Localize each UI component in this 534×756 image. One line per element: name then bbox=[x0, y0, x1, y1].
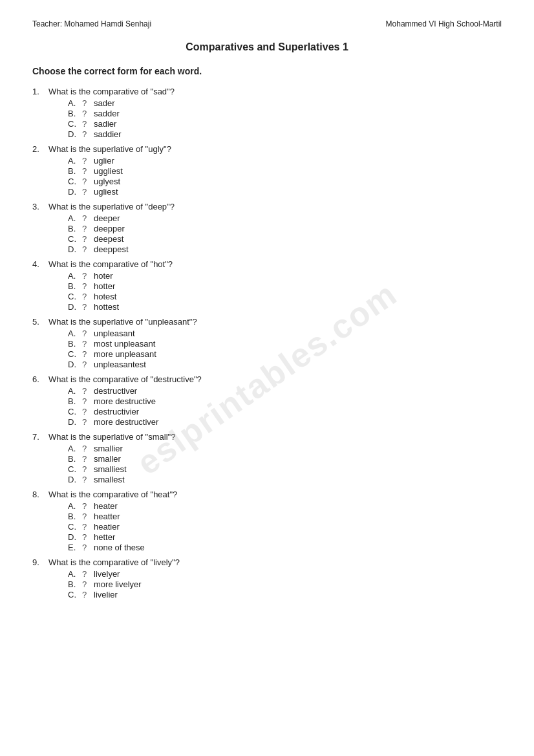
question-text-3: 3.What is the superlative of "deep"? bbox=[32, 202, 502, 211]
option-letter: B. bbox=[68, 224, 82, 233]
option-text: saddier bbox=[94, 129, 122, 139]
option-letter: B. bbox=[68, 396, 82, 406]
option-mark[interactable]: ? bbox=[82, 302, 94, 312]
question-number-4: 4. bbox=[32, 259, 48, 269]
question-number-1: 1. bbox=[32, 87, 48, 96]
option-mark[interactable]: ? bbox=[82, 281, 94, 291]
option-mark[interactable]: ? bbox=[82, 475, 94, 484]
option-mark[interactable]: ? bbox=[82, 177, 94, 186]
question-number-3: 3. bbox=[32, 202, 48, 211]
option-mark[interactable]: ? bbox=[82, 543, 94, 552]
option-text: livelyer bbox=[94, 569, 120, 579]
questions-list: 1.What is the comparative of "sad"?A.?sa… bbox=[32, 87, 502, 599]
option-mark[interactable]: ? bbox=[82, 407, 94, 416]
option-letter: E. bbox=[68, 543, 82, 552]
option-mark[interactable]: ? bbox=[82, 271, 94, 281]
option-item-5-4: D.?unpleasantest bbox=[68, 360, 502, 369]
option-mark[interactable]: ? bbox=[82, 224, 94, 233]
option-letter: C. bbox=[68, 349, 82, 359]
option-item-2-1: A.?uglier bbox=[68, 156, 502, 166]
question-text-6: 6.What is the comparative of "destructiv… bbox=[32, 374, 502, 384]
question-number-2: 2. bbox=[32, 144, 48, 154]
options-list-5: A.?unpleasantB.?most unpleasantC.?more u… bbox=[68, 329, 502, 369]
option-item-6-4: D.?more destructiver bbox=[68, 417, 502, 427]
option-item-2-4: D.?ugliest bbox=[68, 187, 502, 197]
option-letter: C. bbox=[68, 407, 82, 416]
option-letter: D. bbox=[68, 244, 82, 254]
option-mark[interactable]: ? bbox=[82, 579, 94, 589]
header: Teacher: Mohamed Hamdi Senhaji Mohammed … bbox=[32, 19, 502, 28]
option-mark[interactable]: ? bbox=[82, 129, 94, 139]
question-item-1: 1.What is the comparative of "sad"?A.?sa… bbox=[32, 87, 502, 139]
option-mark[interactable]: ? bbox=[82, 244, 94, 254]
option-letter: A. bbox=[68, 98, 82, 108]
option-text: hotter bbox=[94, 281, 115, 291]
option-mark[interactable]: ? bbox=[82, 501, 94, 511]
option-item-2-3: C.?uglyest bbox=[68, 177, 502, 186]
question-item-8: 8.What is the comparative of "heat"?A.?h… bbox=[32, 490, 502, 552]
option-mark[interactable]: ? bbox=[82, 339, 94, 349]
options-list-1: A.?saderB.?sadderC.?sadierD.?saddier bbox=[68, 98, 502, 139]
question-number-7: 7. bbox=[32, 432, 48, 442]
question-label-4: What is the comparative of "hot"? bbox=[48, 259, 173, 269]
option-item-1-1: A.?sader bbox=[68, 98, 502, 108]
options-list-7: A.?smallierB.?smallerC.?smalliestD.?smal… bbox=[68, 444, 502, 484]
instructions: Choose the correct form for each word. bbox=[32, 66, 502, 76]
option-item-8-1: A.?heater bbox=[68, 501, 502, 511]
option-item-1-2: B.?sadder bbox=[68, 109, 502, 118]
option-mark[interactable]: ? bbox=[82, 417, 94, 427]
option-letter: D. bbox=[68, 532, 82, 542]
option-mark[interactable]: ? bbox=[82, 98, 94, 108]
option-mark[interactable]: ? bbox=[82, 292, 94, 301]
option-letter: D. bbox=[68, 417, 82, 427]
option-mark[interactable]: ? bbox=[82, 569, 94, 579]
options-list-2: A.?uglierB.?uggliestC.?uglyestD.?ugliest bbox=[68, 156, 502, 197]
option-mark[interactable]: ? bbox=[82, 360, 94, 369]
question-number-5: 5. bbox=[32, 317, 48, 327]
option-text: deeper bbox=[94, 213, 120, 223]
option-mark[interactable]: ? bbox=[82, 166, 94, 176]
option-mark[interactable]: ? bbox=[82, 522, 94, 532]
option-letter: A. bbox=[68, 156, 82, 166]
option-letter: A. bbox=[68, 386, 82, 396]
option-text: more livelyer bbox=[94, 579, 142, 589]
option-mark[interactable]: ? bbox=[82, 234, 94, 244]
option-mark[interactable]: ? bbox=[82, 512, 94, 521]
option-mark[interactable]: ? bbox=[82, 213, 94, 223]
option-text: hetter bbox=[94, 532, 115, 542]
options-list-8: A.?heaterB.?heatterC.?heatierD.?hetterE.… bbox=[68, 501, 502, 552]
option-mark[interactable]: ? bbox=[82, 349, 94, 359]
option-letter: A. bbox=[68, 213, 82, 223]
option-letter: B. bbox=[68, 339, 82, 349]
options-list-3: A.?deeperB.?deepperC.?deepestD.?deeppest bbox=[68, 213, 502, 254]
teacher-name: Teacher: Mohamed Hamdi Senhaji bbox=[32, 19, 151, 28]
option-letter: C. bbox=[68, 234, 82, 244]
option-mark[interactable]: ? bbox=[82, 464, 94, 474]
option-mark[interactable]: ? bbox=[82, 329, 94, 338]
option-mark[interactable]: ? bbox=[82, 187, 94, 197]
option-item-9-1: A.?livelyer bbox=[68, 569, 502, 579]
option-mark[interactable]: ? bbox=[82, 156, 94, 166]
option-mark[interactable]: ? bbox=[82, 590, 94, 599]
question-text-7: 7.What is the superlative of "small"? bbox=[32, 432, 502, 442]
option-item-7-4: D.?smallest bbox=[68, 475, 502, 484]
options-list-6: A.?destructiverB.?more destructiveC.?des… bbox=[68, 386, 502, 427]
option-mark[interactable]: ? bbox=[82, 444, 94, 453]
option-mark[interactable]: ? bbox=[82, 386, 94, 396]
question-item-9: 9.What is the comparative of "lively"?A.… bbox=[32, 557, 502, 599]
option-item-6-1: A.?destructiver bbox=[68, 386, 502, 396]
option-letter: A. bbox=[68, 444, 82, 453]
option-text: uglyest bbox=[94, 177, 120, 186]
option-text: smallest bbox=[94, 475, 125, 484]
option-text: deepper bbox=[94, 224, 125, 233]
option-letter: C. bbox=[68, 119, 82, 129]
option-item-8-5: E.?none of these bbox=[68, 543, 502, 552]
option-mark[interactable]: ? bbox=[82, 109, 94, 118]
question-item-4: 4.What is the comparative of "hot"?A.?ho… bbox=[32, 259, 502, 312]
option-mark[interactable]: ? bbox=[82, 454, 94, 464]
option-mark[interactable]: ? bbox=[82, 119, 94, 129]
option-mark[interactable]: ? bbox=[82, 396, 94, 406]
option-mark[interactable]: ? bbox=[82, 532, 94, 542]
option-text: smaller bbox=[94, 454, 121, 464]
question-label-3: What is the superlative of "deep"? bbox=[48, 202, 175, 211]
